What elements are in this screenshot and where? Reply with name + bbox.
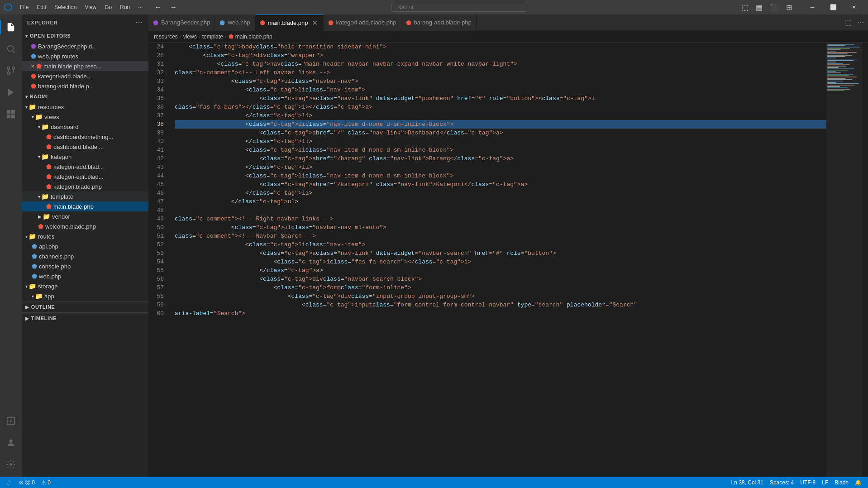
tab-kategoriadd-icon: ⬟ (328, 19, 334, 26)
open-editor-mainblade-label: main.blade.php reso... (43, 63, 102, 70)
tree-mainblade[interactable]: ⬟ main.blade.php (22, 201, 148, 211)
editor-scrollbar[interactable] (863, 43, 868, 477)
code-line-32: class="c-comment"><!-- Left navbar links… (175, 68, 826, 77)
tree-app[interactable]: ▾ 📁 app (22, 291, 148, 301)
open-editor-webphp[interactable]: ⬟ web.php routes (22, 51, 148, 61)
open-editor-webphp-label: web.php routes (38, 53, 78, 60)
run-debug-activity-icon[interactable] (0, 81, 22, 103)
editor-area: ⬟ BarangSeeder.php ⬟ web.php ⬟ main.blad… (148, 14, 868, 477)
navigate-back-button[interactable]: ← (152, 2, 164, 12)
indent-status[interactable]: Spaces: 4 (767, 477, 796, 488)
split-editor-btn[interactable]: ⬚ (843, 17, 854, 28)
encoding-status[interactable]: UTF-8 (797, 477, 818, 488)
code-editor[interactable]: 2428313233343536373839404142434445464748… (148, 43, 826, 477)
tab-mainblade[interactable]: ⬟ main.blade.php ✕ (255, 14, 324, 31)
code-line-24: <class="c-tag">body class="hold-transiti… (175, 43, 826, 51)
minimap[interactable] (826, 43, 863, 477)
tree-kategoriedit[interactable]: ⬟ kategori-edit.blad... (22, 172, 148, 182)
modified-dot: ✕ (31, 64, 34, 69)
notifications-status[interactable]: 🔔 (852, 477, 864, 488)
timeline-header[interactable]: ▶ TIMELINE (22, 313, 148, 324)
open-editor-barangseeder[interactable]: ⬟ BarangSeeder.php d... (22, 41, 148, 51)
tree-kategoriblade[interactable]: ⬟ kategori.blade.php (22, 182, 148, 191)
naomi-arrow-icon: ▾ (25, 94, 28, 99)
code-line-56: <class="c-tag">div class="navbar-search-… (175, 275, 826, 283)
menu-go[interactable]: Go (101, 3, 115, 11)
tree-dashboard-blade[interactable]: ⬟ dashboard.blade.... (22, 142, 148, 152)
tree-template-folder[interactable]: ▾ 📁 template (22, 191, 148, 201)
status-bar: ⊘ ⓪ 0 ⚠ 0 Ln 38, Col 31 Spaces: 4 UTF-8 … (0, 477, 868, 488)
breadcrumb-file[interactable]: main.blade.php (235, 33, 272, 40)
tree-webphp[interactable]: ⬟ web.php (22, 271, 148, 281)
line-number-38: 38 (148, 120, 167, 129)
outline-section: ▶ OUTLINE (22, 301, 148, 312)
account-activity-icon[interactable] (0, 432, 22, 454)
open-editors-section[interactable]: ▾ OPEN EDITORS (22, 30, 148, 41)
tab-mainblade-close-icon[interactable]: ✕ (311, 19, 319, 27)
naomi-section[interactable]: ▾ NAOMI (22, 91, 148, 102)
search-activity-icon[interactable] (0, 38, 22, 60)
menu-file[interactable]: File (16, 3, 32, 11)
navigate-forward-button[interactable]: → (167, 2, 180, 12)
tab-barangseeder[interactable]: ⬟ BarangSeeder.php (148, 14, 215, 31)
errors-status[interactable]: ⊘ ⓪ 0 (16, 477, 38, 488)
breadcrumb-template[interactable]: template (202, 33, 223, 40)
routes-label: routes (38, 233, 54, 240)
tree-kategoriadd[interactable]: ⬟ kategori-add.blad... (22, 162, 148, 172)
code-line-55: </class="c-tag">a> (175, 266, 826, 275)
timeline-section: ▶ TIMELINE (22, 312, 148, 324)
tree-apiphp[interactable]: ⬟ api.php (22, 241, 148, 251)
customize-layout-icon[interactable]: ⊞ (783, 2, 795, 13)
tree-dashboard-file1[interactable]: ⬟ dashboardsomething... (22, 132, 148, 142)
sidebar: EXPLORER ⋯ ▾ OPEN EDITORS ⬟ BarangSeeder… (22, 14, 148, 477)
split-editor-icon[interactable]: ⬛ (767, 2, 782, 13)
tree-routes[interactable]: ▾ 📁 routes (22, 231, 148, 241)
warnings-status[interactable]: ⚠ 0 (38, 477, 53, 488)
menu-more[interactable]: ··· (134, 3, 146, 11)
source-control-status[interactable] (4, 477, 15, 488)
tree-storage[interactable]: ▾ 📁 storage (22, 281, 148, 291)
dashboard-folder-icon: 📁 (41, 123, 49, 130)
extensions-activity-icon[interactable] (0, 103, 22, 125)
language-mode-status[interactable]: Blade (832, 477, 851, 488)
source-control-activity-icon[interactable] (0, 60, 22, 81)
open-editor-barangadd[interactable]: ⬟ barang-add.blade.p... (22, 81, 148, 91)
tree-views[interactable]: ▾ 📁 views (22, 112, 148, 122)
line-ending-status[interactable]: LF (819, 477, 831, 488)
minimize-button[interactable]: ─ (802, 0, 823, 14)
tree-channelsphp[interactable]: ⬟ channels.php (22, 251, 148, 261)
menu-edit[interactable]: Edit (33, 3, 50, 11)
menu-selection[interactable]: Selection (51, 3, 80, 11)
tree-welcomeblade[interactable]: ⬟ welcome.blade.php (22, 221, 148, 231)
tree-resources[interactable]: ▾ 📁 resources (22, 102, 148, 112)
breadcrumb-resources[interactable]: resources (154, 33, 178, 40)
tab-kategoriadd[interactable]: ⬟ kategori-add.blade.php (324, 14, 401, 31)
open-editor-kategoriadd[interactable]: ⬟ kategori-add.blade... (22, 71, 148, 81)
tab-barangadd[interactable]: ⬟ barang-add.blade.php (401, 14, 477, 31)
outline-header[interactable]: ▶ OUTLINE (22, 301, 148, 312)
line-number-46: 46 (148, 189, 167, 197)
breadcrumb-views[interactable]: views (183, 33, 197, 40)
remote-explorer-activity-icon[interactable] (0, 410, 22, 432)
tab-webphp[interactable]: ⬟ web.php (215, 14, 255, 31)
search-input[interactable] (391, 3, 527, 12)
settings-activity-icon[interactable] (0, 454, 22, 475)
php-route-icon: ⬟ (31, 53, 36, 60)
tree-kategori-folder[interactable]: ▾ 📁 kategori (22, 152, 148, 162)
maximize-button[interactable]: ⬜ (823, 0, 844, 14)
menu-view[interactable]: View (81, 3, 100, 11)
tree-vendor[interactable]: ▶ 📁 vendor (22, 211, 148, 221)
new-file-icon[interactable]: ⋯ (135, 18, 143, 27)
breadcrumb-toggle-icon[interactable]: ⬚ (739, 2, 751, 13)
more-actions-btn[interactable]: ⋯ (855, 17, 866, 28)
menu-run[interactable]: Run (116, 3, 134, 11)
explorer-activity-icon[interactable] (0, 16, 22, 38)
tree-consolephp[interactable]: ⬟ console.php (22, 261, 148, 271)
kategoriadd-icon: ⬟ (46, 163, 52, 170)
close-button[interactable]: ✕ (844, 0, 864, 14)
code-content[interactable]: <class="c-tag">body class="hold-transiti… (171, 43, 826, 477)
open-editor-mainblade[interactable]: ✕ ⬟ main.blade.php reso... (22, 61, 148, 71)
tree-dashboard[interactable]: ▾ 📁 dashboard (22, 122, 148, 132)
layout-toggle-icon[interactable]: ▤ (753, 2, 765, 13)
cursor-position-status[interactable]: Ln 38, Col 31 (729, 477, 766, 488)
